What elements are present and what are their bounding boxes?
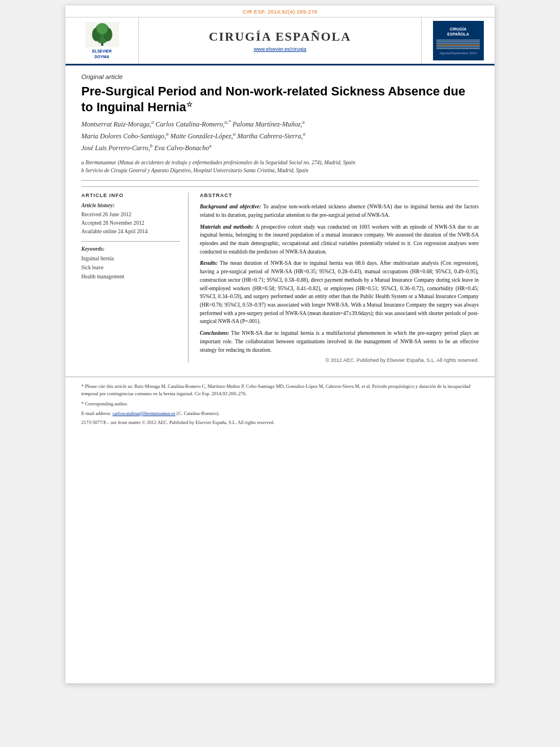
keywords-heading: Keywords:: [81, 246, 180, 252]
copyright-notice: © 2012 AEC. Published by Elsevier España…: [200, 357, 479, 363]
article-info-section-label: ARTICLE INFO: [81, 193, 180, 198]
email-note: E-mail address: carloscatalina@ibermutua…: [81, 410, 479, 417]
journal-header: ELSEVIER DOYMA CIRUGÍA ESPAÑOLA www.else…: [65, 17, 495, 65]
publisher-name: ELSEVIER DOYMA: [92, 49, 112, 59]
issn-line: 2173-5077/$ – see front matter © 2012 AE…: [81, 420, 479, 425]
email-link[interactable]: carloscatalina@ibermutuamur.es: [112, 410, 175, 416]
article-type-label: Original article: [81, 73, 479, 80]
journal-cover-image: CIRUGÍAESPAÑOLA Agosto/Septiembre 2013: [433, 21, 484, 60]
abstract-background: Background and objective: To analyse non…: [200, 203, 479, 219]
doi-text: CIR ESP. 2014;92(4):269-276: [243, 9, 317, 15]
affiliation-b: b Servicio de Cirugía General y Aparato …: [81, 167, 479, 174]
citation-note: * Please cite this article as: Ruiz-Mora…: [81, 383, 479, 397]
abstract-section-label: ABSTRACT: [200, 193, 479, 198]
article-columns: ARTICLE INFO Article history: Received 2…: [81, 186, 479, 363]
article-history-heading: Article history:: [81, 203, 180, 208]
available-date: Available online 24 April 2014: [81, 228, 180, 236]
article-page: CIR ESP. 2014;92(4):269-276 ELSEVIER DOY…: [65, 6, 495, 683]
left-column: ARTICLE INFO Article history: Received 2…: [81, 193, 189, 363]
keyword-3: Health management: [81, 272, 180, 281]
right-column: ABSTRACT Background and objective: To an…: [200, 193, 479, 363]
affiliations: a Ibermutuamur (Mutua de accidentes de t…: [81, 159, 479, 181]
corresponding-note: * Corresponding author.: [81, 400, 479, 408]
svg-point-5: [97, 23, 108, 34]
authors-list: Montserrat Ruiz-Moraga,a Carlos Catalina…: [81, 118, 479, 154]
journal-title-center: CIRUGÍA ESPAÑOLA www.elsevier.es/cirugia: [139, 18, 421, 64]
doi-bar: CIR ESP. 2014;92(4):269-276: [65, 6, 495, 17]
publisher-logo-left: ELSEVIER DOYMA: [65, 18, 139, 64]
journal-name: CIRUGÍA ESPAÑOLA: [209, 29, 351, 44]
info-divider: [81, 241, 180, 242]
journal-website: www.elsevier.es/cirugia: [253, 46, 306, 52]
affiliation-a: a Ibermutuamur (Mutua de accidentes de t…: [81, 159, 479, 167]
abstract-methods: Materials and methods: A prospective coh…: [200, 223, 479, 256]
journal-cover-right: CIRUGÍAESPAÑOLA Agosto/Septiembre 2013: [421, 18, 495, 64]
received-date: Received 26 June 2012: [81, 211, 180, 219]
article-title: Pre-Surgical Period and Non-work-related…: [81, 84, 479, 115]
abstract-results: Results: The mean duration of NWR-SA due…: [200, 259, 479, 326]
accepted-date: Accepted 28 November 2012: [81, 219, 180, 228]
article-content: Original article Pre-Surgical Period and…: [65, 65, 495, 371]
footer-notes: * Please cite this article as: Ruiz-Mora…: [65, 377, 495, 433]
abstract-conclusions: Conclusions: The NWR-SA due to inguinal …: [200, 329, 479, 354]
keyword-2: Sick leave: [81, 263, 180, 272]
elsevier-tree-icon: [85, 22, 119, 47]
keyword-1: Inguinal hernia: [81, 254, 180, 263]
